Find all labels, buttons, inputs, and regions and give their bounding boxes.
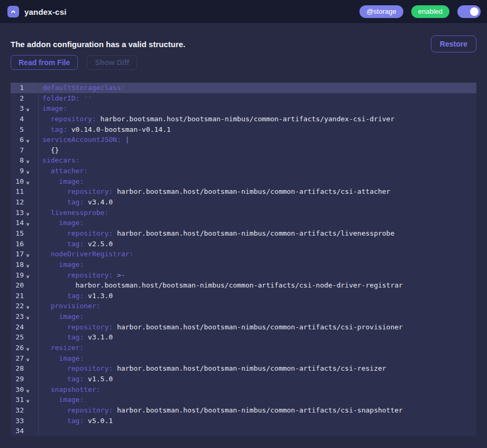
code-line[interactable]: 19v repository: >- bbox=[11, 270, 476, 281]
enabled-toggle[interactable] bbox=[457, 5, 481, 18]
line-number: 12 bbox=[11, 197, 24, 208]
code-text: repository: harbor.bootsman.host/bootsma… bbox=[39, 405, 403, 416]
line-number: 16 bbox=[11, 239, 24, 249]
code-line[interactable]: 22v provisioner: bbox=[11, 301, 476, 311]
line-gutter: 33 bbox=[11, 416, 39, 426]
code-line[interactable]: 27v image: bbox=[11, 353, 476, 364]
line-gutter: 32 bbox=[11, 405, 39, 416]
code-text: image: bbox=[39, 353, 84, 364]
code-line[interactable]: 13v livenessprobe: bbox=[11, 208, 476, 218]
line-number: 33 bbox=[11, 416, 24, 426]
show-diff-button[interactable]: Show Diff bbox=[87, 55, 137, 70]
code-line[interactable]: 20 harbor.bootsman.host/bootsman-nimbus/… bbox=[11, 280, 476, 291]
line-number: 30 bbox=[11, 384, 24, 395]
fold-arrow-icon[interactable]: v bbox=[24, 353, 35, 364]
code-text: image: bbox=[39, 395, 84, 405]
line-gutter: 3v bbox=[11, 103, 39, 114]
line-gutter: 28 bbox=[11, 363, 39, 374]
line-gutter: 17v bbox=[11, 249, 39, 259]
code-text: tag: v3.4.0 bbox=[39, 197, 113, 208]
code-text: defaultStorageclass: '' bbox=[39, 83, 138, 93]
code-line[interactable]: 26v resizer: bbox=[11, 343, 476, 353]
fold-arrow-icon[interactable]: v bbox=[24, 176, 35, 187]
code-text: image: bbox=[39, 218, 84, 228]
code-line[interactable]: 14v image: bbox=[11, 218, 476, 228]
code-line[interactable]: 5 tag: v0.14.0-bootsman-v0.14.1 bbox=[11, 124, 476, 135]
code-line[interactable]: 1defaultStorageclass: '' bbox=[11, 83, 476, 93]
line-gutter: 5 bbox=[11, 124, 39, 135]
fold-arrow-icon[interactable]: v bbox=[24, 208, 35, 218]
fold-spacer bbox=[24, 374, 35, 384]
code-text: image: bbox=[39, 259, 84, 270]
code-text: tag: v0.14.0-bootsman-v0.14.1 bbox=[39, 124, 171, 135]
fold-arrow-icon[interactable]: v bbox=[24, 103, 35, 114]
code-line[interactable]: 12 tag: v3.4.0 bbox=[11, 197, 476, 208]
code-line[interactable]: 32 repository: harbor.bootsman.host/boot… bbox=[11, 405, 476, 416]
code-line[interactable]: 28 repository: harbor.bootsman.host/boot… bbox=[11, 363, 476, 374]
restore-button[interactable]: Restore bbox=[431, 35, 476, 52]
code-text bbox=[39, 426, 42, 436]
line-number: 7 bbox=[11, 145, 24, 156]
code-line[interactable]: 2folderID: '' bbox=[11, 93, 476, 104]
line-number: 32 bbox=[11, 405, 24, 416]
code-line[interactable]: 15 repository: harbor.bootsman.host/boot… bbox=[11, 228, 476, 239]
line-gutter: 15 bbox=[11, 228, 39, 239]
fold-arrow-icon[interactable]: v bbox=[24, 301, 35, 311]
fold-arrow-icon[interactable]: v bbox=[24, 311, 35, 322]
code-line[interactable]: 30v snapshotter: bbox=[11, 384, 476, 395]
code-line[interactable]: 23v image: bbox=[11, 311, 476, 322]
line-gutter: 12 bbox=[11, 197, 39, 208]
code-line[interactable]: 18v image: bbox=[11, 259, 476, 270]
code-line[interactable]: 21 tag: v1.3.0 bbox=[11, 291, 476, 301]
fold-spacer bbox=[24, 114, 35, 124]
code-text: repository: >- bbox=[39, 270, 125, 281]
code-editor[interactable]: 1defaultStorageclass: ''2folderID: ''3vi… bbox=[11, 83, 476, 436]
line-number: 17 bbox=[11, 249, 24, 259]
code-line[interactable]: 33 tag: v5.0.1 bbox=[11, 416, 476, 426]
code-text: serviceAccountJSON: | bbox=[39, 135, 129, 145]
line-number: 19 bbox=[11, 270, 24, 281]
fold-arrow-icon[interactable]: v bbox=[24, 249, 35, 259]
code-line[interactable]: 34 bbox=[11, 426, 476, 436]
read-from-file-button[interactable]: Read from File bbox=[11, 55, 78, 70]
code-line[interactable]: 31v image: bbox=[11, 395, 476, 405]
collapse-button[interactable] bbox=[7, 6, 19, 17]
code-line[interactable]: 3vimage: bbox=[11, 103, 476, 114]
code-line[interactable]: 25 tag: v3.1.0 bbox=[11, 332, 476, 343]
code-line[interactable]: 7 {} bbox=[11, 145, 476, 156]
code-line[interactable]: 10v image: bbox=[11, 176, 476, 187]
fold-spacer bbox=[24, 416, 35, 426]
module-header: yandex-csi @storage enabled bbox=[0, 0, 487, 24]
line-number: 2 bbox=[11, 93, 24, 104]
line-number: 31 bbox=[11, 395, 24, 405]
fold-arrow-icon[interactable]: v bbox=[24, 166, 35, 176]
line-gutter: 34 bbox=[11, 426, 39, 436]
line-gutter: 19v bbox=[11, 270, 39, 281]
code-line[interactable]: 8vsidecars: bbox=[11, 155, 476, 166]
line-number: 29 bbox=[11, 374, 24, 384]
fold-arrow-icon[interactable]: v bbox=[24, 155, 35, 166]
line-number: 34 bbox=[11, 426, 24, 436]
fold-arrow-icon[interactable]: v bbox=[24, 218, 35, 228]
code-line[interactable]: 17v nodeDriverRegistrar: bbox=[11, 249, 476, 259]
code-text: image: bbox=[39, 176, 84, 187]
code-line[interactable]: 24 repository: harbor.bootsman.host/boot… bbox=[11, 322, 476, 333]
fold-arrow-icon[interactable]: v bbox=[24, 135, 35, 145]
code-line[interactable]: 6vserviceAccountJSON: | bbox=[11, 135, 476, 145]
line-gutter: 25 bbox=[11, 332, 39, 343]
fold-arrow-icon[interactable]: v bbox=[24, 384, 35, 395]
fold-arrow-icon[interactable]: v bbox=[24, 259, 35, 270]
code-text: sidecars: bbox=[39, 155, 79, 166]
fold-arrow-icon[interactable]: v bbox=[24, 343, 35, 353]
code-line[interactable]: 4 repository: harbor.bootsman.host/boots… bbox=[11, 114, 476, 124]
line-number: 5 bbox=[11, 124, 24, 135]
fold-arrow-icon[interactable]: v bbox=[24, 270, 35, 281]
fold-arrow-icon[interactable]: v bbox=[24, 395, 35, 405]
code-text: tag: v5.0.1 bbox=[39, 416, 113, 426]
line-gutter: 26v bbox=[11, 343, 39, 353]
code-line[interactable]: 9v attacher: bbox=[11, 166, 476, 176]
fold-spacer bbox=[24, 426, 35, 436]
code-line[interactable]: 11 repository: harbor.bootsman.host/boot… bbox=[11, 186, 476, 197]
code-line[interactable]: 16 tag: v2.5.0 bbox=[11, 239, 476, 249]
code-line[interactable]: 29 tag: v1.5.0 bbox=[11, 374, 476, 384]
